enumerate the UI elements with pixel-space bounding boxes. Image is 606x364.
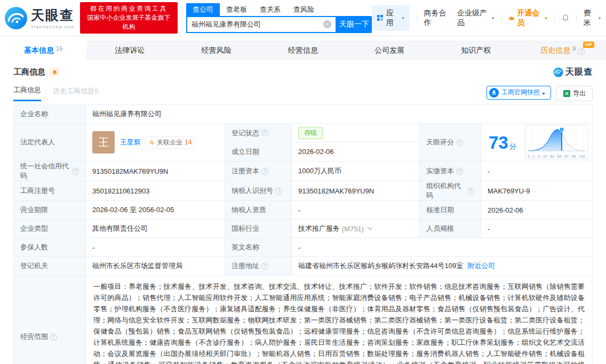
tab-company-development[interactable]: 公司发展 [346,41,433,60]
taxpayer-quality-value: - [292,201,420,220]
tab-count: 9 [572,45,576,52]
help-icon[interactable] [456,168,463,175]
help-icon[interactable] [467,188,474,195]
tab-label: 历史信息 [540,46,570,54]
table-row: 企业名称 福州福见康养有限公司 [14,105,593,124]
taxpayer-id-value: 91350182MAK769YU9N [292,181,420,201]
search-tab-risk[interactable]: 查风险 [287,3,321,16]
legal-rep-link[interactable]: 王星辉 [120,137,141,147]
nav-apps[interactable]: 应用 [372,5,410,31]
org-code-value: MAK769YU-9 [481,181,593,201]
business-info-table: 企业名称 福州福见康养有限公司 法定代表人 王 王星辉 关联企业 14 登记状态 [13,104,593,364]
related-companies-badge[interactable]: 关联企业 14 [145,136,195,149]
subscribe-bell-badge[interactable] [50,67,60,77]
staff-size-value: - [481,220,593,238]
tianyancha-logo-icon [553,67,563,77]
tianyancha-logo-icon [4,6,28,30]
search-tabs: 查公司 查老板 查关系 查风险 [186,3,372,16]
nav-vip-label: 开通会员 [517,9,543,28]
chevron-down-icon [545,15,547,21]
export-button[interactable]: 导出 [556,86,593,101]
top-header: 天眼查 TianYanCha.com 都在用的商业查询工具 国家中小企业发展子基… [0,0,606,36]
nav-femi[interactable]: 费米 [584,9,601,28]
search-tab-company[interactable]: 查公司 [186,3,220,16]
arrow-right-icon [543,89,545,96]
score-unit: 分 [509,142,516,150]
credit-code-value: 91350182MAK769YU9N [86,161,225,181]
section-title: 工商信息 [13,67,45,77]
nav-cooperation[interactable]: 商务合作 [424,9,450,28]
field-label: 纳税人资质 [225,201,292,220]
divider [576,14,577,22]
nav-vip[interactable]: 开通会员 [508,9,547,28]
top-nav: 应用 商务合作 企业级产品 开通会员 费米 [372,5,601,31]
tab-basic-info[interactable]: 基本信息15 [0,41,86,60]
search-area: 查公司 查老板 查关系 查风险 天眼一下 [186,3,372,33]
avatar[interactable]: 王 [92,131,115,153]
brand-logo[interactable]: 天眼查 TianYanCha.com [4,6,75,30]
nav-apps-label: 应用 [386,9,398,28]
field-label: 登记状态 [225,124,292,142]
chevron-down-icon[interactable] [368,225,373,230]
nearby-companies-link[interactable]: 附近公司 [467,261,495,271]
field-label: 经营范围 [14,276,86,364]
tab-business-info[interactable]: 经营信息 [260,41,346,60]
authority-value: 福州市长乐区市场监督管理局 [86,257,225,276]
section-actions: 工商官网快照 导出 [487,86,593,101]
apps-grid-icon [377,14,383,21]
search-tab-relation[interactable]: 查关系 [253,3,287,16]
brand-slogan-ribbon: 都在用的商业查询工具 国家中小企业发展子基金旗下机构 [80,2,178,34]
field-label: 营业期限 [14,201,86,220]
snapshot-button-label: 工商官网快照 [501,88,540,97]
reg-no-value: 350182110612903 [86,181,225,201]
score-axis-ticks: 0131050859799100 [528,155,585,159]
link-chain-icon [149,140,155,145]
subtab-history-registration[interactable]: 历史工商信息0 [53,86,98,101]
nav-enterprise[interactable]: 企业级产品 [457,9,494,28]
status-badge: 存续 [298,127,323,139]
help-icon[interactable] [578,48,585,55]
help-icon[interactable] [261,168,268,175]
bell-icon [52,69,58,76]
field-label: 企业类型 [14,220,86,238]
help-icon[interactable] [261,263,268,270]
vip-badge: VIP [583,42,594,48]
help-icon[interactable] [261,130,268,136]
divider [501,14,501,22]
help-icon[interactable] [50,334,57,341]
search-tab-boss[interactable]: 查老板 [220,3,253,16]
tab-label: 经营风险 [202,46,232,54]
tab-legal[interactable]: 法律诉讼 [86,41,173,60]
search-input[interactable] [192,20,323,28]
subtab-row: 工商信息 历史工商信息0 工商官网快照 导出 [13,85,593,101]
help-icon[interactable] [275,188,282,195]
field-label: 纳税人识别号 [225,181,292,201]
clear-search-icon[interactable] [323,20,331,28]
slogan-line1: 都在用的商业查询工具 [85,4,173,13]
official-snapshot-button[interactable]: 工商官网快照 [487,86,551,100]
tab-label: 法律诉讼 [115,46,145,54]
table-row: 统一社会信用代码 91350182MAK769YU9N 注册资本 1000万人民… [14,161,593,181]
subtab-business-registration[interactable]: 工商信息 [13,85,41,101]
table-row: 营业期限 2026-02-06 至 2056-02-05 纳税人资质 - 核准日… [14,201,593,220]
search-button[interactable]: 天眼一下 [337,16,372,33]
field-label: 人员规模 [420,220,481,238]
notification-bell-icon[interactable] [562,13,569,22]
tab-history-info[interactable]: VIP 历史信息9 [520,41,606,60]
help-icon[interactable] [456,139,463,146]
tab-intellectual-property[interactable]: 知识产权 [433,41,519,60]
insured-count-value: - [86,238,225,257]
field-label: 统一社会信用代码 [14,161,86,181]
main-content: 工商信息 天眼查 工商信息 历史工商信息0 [0,67,606,364]
score-cell[interactable]: 73分 [481,124,593,161]
table-row: 参保人数 - 英文名称 - [14,238,593,257]
field-label: 天眼评分 [420,124,481,161]
help-icon[interactable] [72,168,79,175]
field-label: 英文名称 [225,238,292,257]
tab-operating-risk[interactable]: 经营风险 [173,41,260,60]
business-scope-value: 一般项目：养老服务；技术服务、技术开发、技术咨询、技术交流、技术转让、技术推广；… [86,276,593,364]
est-date-value: 2026-02-06 [292,142,420,161]
field-label: 组织机构代码 [420,181,481,201]
score-distribution-chart: 0131050859799100 [525,125,588,160]
field-label: 注册地址 [225,257,292,276]
